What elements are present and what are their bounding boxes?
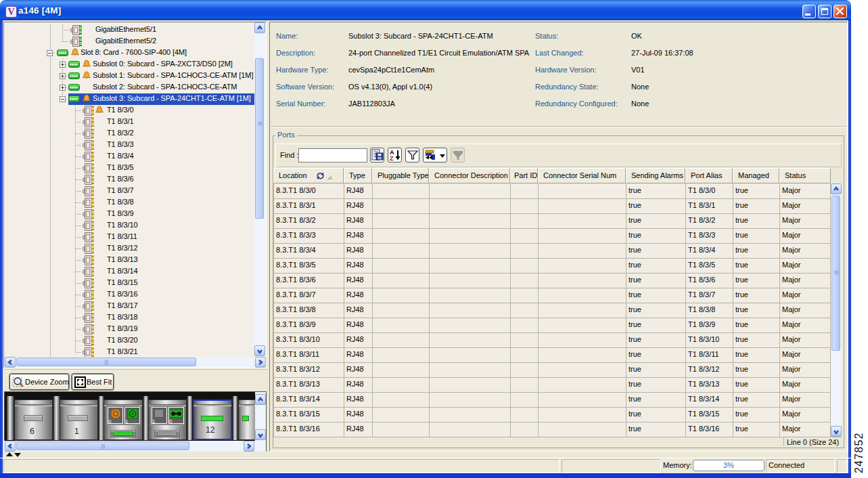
svg-text:Z: Z [390,155,394,162]
